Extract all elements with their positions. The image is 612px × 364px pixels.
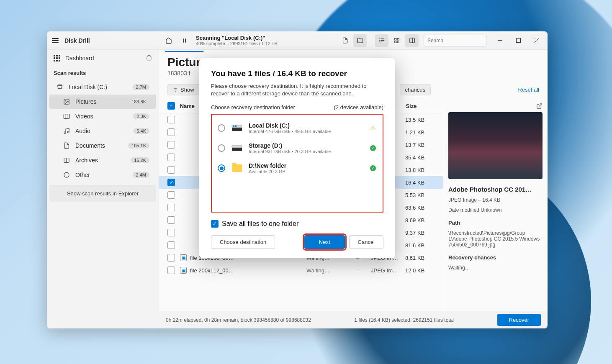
destination-option[interactable]: Storage (D:)Internal 931 GB disk • 20.3 … <box>214 138 380 158</box>
destination-option[interactable]: D:\New folderAvailable 20.3 GB✓ <box>214 158 380 178</box>
folder-icon <box>232 164 242 172</box>
app-window: Disk Drill Scanning "Local Disk (C:)" 40… <box>47 31 548 328</box>
svg-rect-34 <box>232 128 242 131</box>
svg-rect-39 <box>232 145 242 148</box>
warning-icon: ⚠ <box>370 125 376 131</box>
destination-radio[interactable] <box>218 144 225 152</box>
save-all-option[interactable]: ✓ Save all files to one folder <box>211 220 383 228</box>
destination-list: Local Disk (C:)Internal 476 GB disk • 49… <box>211 114 383 213</box>
destination-radio[interactable] <box>218 124 225 132</box>
destination-option[interactable]: Local Disk (C:)Internal 476 GB disk • 49… <box>214 118 380 138</box>
modal-overlay: You have 1 files / 16.4 KB to recover Pl… <box>47 31 548 328</box>
next-button[interactable]: Next <box>304 235 345 249</box>
svg-rect-38 <box>232 148 242 151</box>
choose-destination-button[interactable]: Choose destination <box>211 235 275 249</box>
checkmark-icon: ✓ <box>370 165 376 171</box>
modal-description: Please choose recovery destination. It i… <box>211 82 383 97</box>
cancel-button[interactable]: Cancel <box>349 235 383 249</box>
checkmark-icon: ✓ <box>370 145 376 151</box>
recovery-destination-modal: You have 1 files / 16.4 KB to recover Pl… <box>199 58 395 258</box>
disk-icon <box>231 144 243 152</box>
devices-count-label: (2 devices available) <box>334 104 383 110</box>
svg-rect-36 <box>233 126 234 127</box>
destination-radio[interactable] <box>218 164 225 172</box>
save-all-label: Save all files to one folder <box>222 220 298 228</box>
disk-icon <box>231 124 243 132</box>
modal-heading: You have 1 files / 16.4 KB to recover <box>211 69 383 78</box>
svg-rect-37 <box>235 126 237 127</box>
choose-folder-label: Choose recovery destination folder <box>211 104 295 110</box>
save-all-checkbox[interactable]: ✓ <box>211 220 219 228</box>
